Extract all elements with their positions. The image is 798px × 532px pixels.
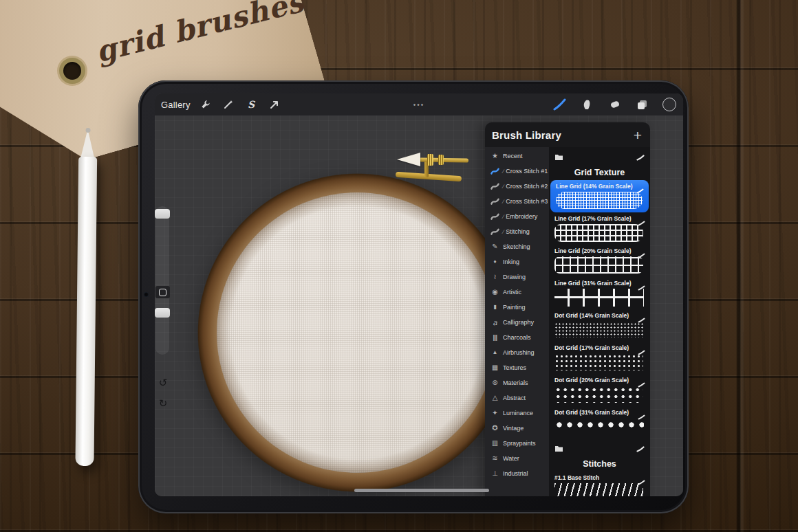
- undo-icon[interactable]: ↺: [156, 377, 170, 389]
- category-artistic[interactable]: ◉ Artistic: [485, 285, 549, 300]
- needle-icon: ∕: [503, 168, 504, 175]
- brush-preview: [554, 256, 643, 274]
- brush-name: Line Grid (20% Grain Scale): [554, 247, 645, 254]
- category-drawing[interactable]: ≀ Drawing: [485, 269, 549, 285]
- category-abstract[interactable]: △ Abstract: [485, 390, 549, 406]
- category-water[interactable]: ≋ Water: [485, 451, 549, 466]
- category-spraypaints[interactable]: ▥ Spraypaints: [485, 436, 549, 451]
- category-luminance[interactable]: ✦ Luminance: [485, 406, 549, 421]
- needle-icon: ∕: [503, 229, 504, 235]
- folder-icon: [554, 151, 563, 164]
- desk-scene: grid brushes Gallery: [0, 0, 798, 532]
- category-textures[interactable]: ▦ Textures: [485, 360, 549, 375]
- section-title: Stitches: [549, 459, 650, 469]
- triangle-icon: △: [490, 395, 499, 401]
- brush-name: Dot Grid (20% Grain Scale): [554, 377, 645, 384]
- sidebar-slider-track[interactable]: [155, 206, 169, 355]
- brush-name: Line Grid (31% Grain Scale): [554, 280, 645, 287]
- category-charcoals[interactable]: ||| Charcoals: [485, 330, 549, 345]
- brush-item-dot-grid-31[interactable]: Dot Grid (31% Grain Scale): [549, 406, 650, 439]
- multitask-ellipsis[interactable]: •••: [155, 101, 683, 109]
- category-cross-stitch-3[interactable]: ∕ Cross Stitch #3: [485, 194, 549, 209]
- palette-icon: ◉: [490, 289, 499, 296]
- brush-item-base-stitch[interactable]: #1.1 Base Stitch: [549, 472, 650, 496]
- home-indicator[interactable]: [354, 489, 489, 492]
- anvil-icon: ⊥: [490, 470, 499, 477]
- brush-opacity-slider[interactable]: [155, 308, 170, 318]
- brush-stroke-icon: [636, 443, 645, 455]
- brush-name: Line Grid (17% Grain Scale): [554, 215, 645, 222]
- category-materials[interactable]: ⊛ Materials: [485, 375, 549, 390]
- camera-icon: [144, 292, 149, 297]
- brush-item-dot-grid-20[interactable]: Dot Grid (20% Grain Scale): [549, 374, 650, 406]
- category-sketching[interactable]: ✎ Sketching: [485, 239, 549, 254]
- brush-preview: [556, 192, 643, 209]
- redo-icon[interactable]: ↻: [156, 397, 170, 410]
- apple-pencil: [75, 129, 97, 466]
- brush-preview: [554, 483, 643, 496]
- category-inking[interactable]: ♦ Inking: [485, 254, 549, 269]
- category-recent[interactable]: ★ Recent: [485, 148, 549, 164]
- brush-item-line-grid-31[interactable]: Line Grid (31% Grain Scale): [549, 277, 650, 309]
- brush-stroke-icon: [490, 167, 499, 175]
- panel-title: Brush Library: [492, 129, 561, 141]
- category-stitching[interactable]: ∕ Stitching: [485, 224, 549, 239]
- brush-stroke-icon: [638, 378, 645, 390]
- top-toolbar: Gallery S •••: [155, 93, 683, 115]
- category-cross-stitch-2[interactable]: ∕ Cross Stitch #2: [485, 179, 549, 194]
- paint-brush-icon: ▮: [490, 304, 499, 310]
- hoop-screw-nut: [427, 154, 433, 166]
- category-painting[interactable]: ▮ Painting: [485, 300, 549, 315]
- brush-name: Dot Grid (17% Grain Scale): [554, 344, 645, 351]
- brush-stroke-icon: [638, 346, 645, 358]
- brush-stroke-icon: [638, 249, 645, 261]
- brush-size-slider[interactable]: [155, 209, 170, 219]
- brush-stroke-icon: [490, 197, 499, 206]
- ink-drop-icon: ♦: [490, 259, 499, 265]
- spray-can-icon: ▥: [490, 440, 499, 447]
- letter-a-icon: a: [490, 319, 499, 326]
- brush-library-panel: Brush Library + ★ Recent ∕ Cross Stitch: [485, 122, 650, 496]
- brush-preview: [554, 224, 643, 242]
- brush-preview: [554, 289, 644, 307]
- brush-stroke-icon: [638, 281, 645, 293]
- add-brush-button[interactable]: +: [634, 128, 642, 142]
- sphere-icon: ⊛: [490, 379, 499, 386]
- star-icon: ★: [490, 153, 499, 159]
- category-embroidery[interactable]: ∕ Embroidery: [485, 209, 549, 224]
- brush-list: Grid Texture Line Grid (14% Grain Scale)…: [549, 147, 650, 496]
- pencil-body: [75, 157, 97, 466]
- sparkle-icon: ✦: [490, 410, 499, 417]
- modify-button[interactable]: [155, 286, 170, 298]
- brush-item-line-grid-20[interactable]: Line Grid (20% Grain Scale): [549, 245, 650, 277]
- category-cross-stitch-1[interactable]: ∕ Cross Stitch #1: [485, 164, 549, 179]
- brush-stroke-icon: [638, 476, 645, 488]
- pencil-tip-dot: [86, 128, 91, 133]
- brush-item-dot-grid-14[interactable]: Dot Grid (14% Grain Scale): [549, 309, 650, 342]
- brush-stroke-icon: [638, 313, 645, 326]
- category-airbrushing[interactable]: ▲ Airbrushing: [485, 345, 549, 360]
- needle-icon: ∕: [503, 184, 504, 190]
- category-calligraphy[interactable]: a Calligraphy: [485, 315, 549, 330]
- brush-item-dot-grid-17[interactable]: Dot Grid (17% Grain Scale): [549, 342, 650, 374]
- bars-icon: |||: [490, 335, 499, 341]
- needle-icon: ∕: [503, 214, 504, 220]
- brush-name: Line Grid (14% Grain Scale): [556, 183, 643, 190]
- brush-preview: [554, 354, 643, 370]
- brush-set-list: ★ Recent ∕ Cross Stitch #1 ∕ Cross Stitc…: [485, 147, 549, 496]
- category-vintage[interactable]: ✪ Vintage: [485, 421, 549, 436]
- category-industrial[interactable]: ⊥ Industrial: [485, 466, 549, 481]
- brush-item-line-grid-14[interactable]: Line Grid (14% Grain Scale): [550, 180, 649, 212]
- airbrush-icon: ▲: [490, 350, 499, 355]
- section-grid-texture: Grid Texture: [549, 147, 650, 180]
- hoop-screw-nut: [438, 155, 444, 165]
- hoop-fabric: [217, 192, 497, 473]
- brush-item-line-grid-17[interactable]: Line Grid (17% Grain Scale): [549, 212, 650, 245]
- brush-preview: [554, 386, 643, 403]
- brush-stroke-icon: [638, 217, 645, 229]
- needle-icon: ∕: [503, 199, 504, 205]
- pencil-icon: ✎: [490, 243, 499, 250]
- brush-stroke-icon: [490, 212, 499, 221]
- hoop-screw-tip: [397, 153, 420, 166]
- brush-name: #1.1 Base Stitch: [554, 474, 645, 481]
